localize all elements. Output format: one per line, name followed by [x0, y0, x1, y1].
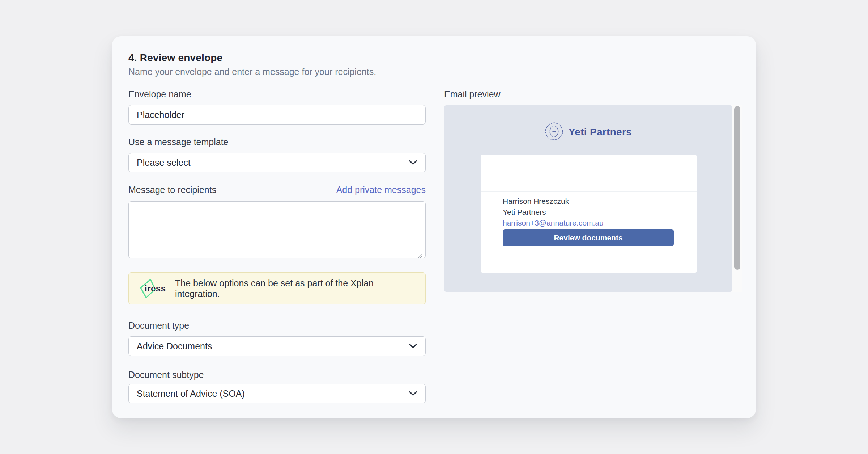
- review-envelope-card: 4. Review envelope Name your envelope an…: [112, 36, 756, 418]
- envelope-name-input[interactable]: [128, 105, 426, 125]
- email-divider: [481, 180, 697, 180]
- recipient-name: Harrison Hreszczuk: [503, 196, 604, 207]
- email-recipient-block: Harrison Hreszczuk Yeti Partners harriso…: [503, 196, 604, 228]
- add-private-messages-link[interactable]: Add private messages: [128, 185, 426, 195]
- email-brand-row: Yeti Partners: [444, 122, 732, 142]
- document-subtype-label: Document subtype: [128, 370, 204, 380]
- email-preview-label: Email preview: [444, 89, 501, 100]
- review-documents-button[interactable]: Review documents: [503, 229, 674, 246]
- message-template-label: Use a message template: [128, 137, 229, 147]
- resize-handle-icon[interactable]: [417, 252, 424, 260]
- document-subtype-selected-value: Statement of Advice (SOA): [137, 388, 245, 399]
- document-type-selected-value: Advice Documents: [137, 341, 212, 352]
- yeti-partners-logo-icon: [545, 122, 563, 142]
- iress-logo-icon: iress: [139, 277, 162, 300]
- xplan-integration-banner: iress The below options can be set as pa…: [128, 272, 426, 304]
- email-divider: [481, 191, 697, 192]
- email-preview-card: Harrison Hreszczuk Yeti Partners harriso…: [481, 155, 697, 273]
- chevron-down-icon: [409, 344, 417, 349]
- chevron-down-icon: [409, 391, 417, 396]
- email-brand-name: Yeti Partners: [569, 126, 632, 138]
- xplan-banner-text: The below options can be set as part of …: [175, 278, 415, 299]
- message-textarea[interactable]: [128, 201, 426, 258]
- document-type-label: Document type: [128, 320, 189, 331]
- step-title: 4. Review envelope: [128, 52, 222, 64]
- document-type-select[interactable]: Advice Documents: [128, 336, 426, 356]
- recipient-company: Yeti Partners: [503, 207, 604, 218]
- message-template-selected-value: Please select: [137, 157, 191, 168]
- email-divider: [481, 248, 697, 248]
- iress-logo-wordmark: iress: [145, 283, 166, 294]
- preview-scrollbar-thumb[interactable]: [734, 106, 740, 270]
- step-subtitle: Name your envelope and enter a message f…: [128, 67, 376, 77]
- chevron-down-icon: [409, 160, 417, 165]
- envelope-name-label: Envelope name: [128, 89, 191, 100]
- recipient-email-link[interactable]: harrison+3@annature.com.au: [503, 218, 604, 228]
- document-subtype-select[interactable]: Statement of Advice (SOA): [128, 384, 426, 403]
- message-template-select[interactable]: Please select: [128, 153, 426, 172]
- page-background: { "step": { "title": "4. Review envelope…: [0, 0, 868, 454]
- email-preview-panel: Yeti Partners Harrison Hreszczuk Yeti Pa…: [444, 105, 732, 292]
